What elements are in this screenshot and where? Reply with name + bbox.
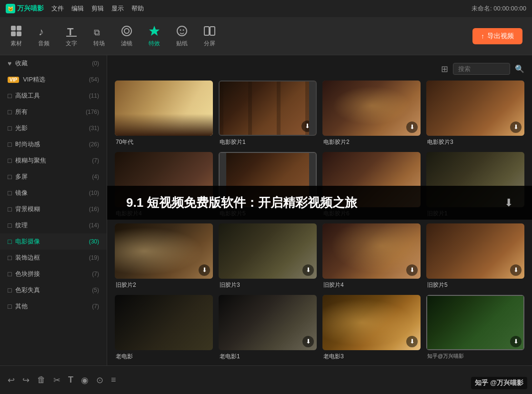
film1-download-icon[interactable]: ⬇ — [301, 121, 313, 132]
menu-clip[interactable]: 剪辑 — [91, 4, 104, 13]
sticker-icon — [175, 24, 189, 38]
effect-film3-thumb: ⬇ — [426, 81, 524, 136]
old4-download-icon[interactable]: ⬇ — [406, 264, 418, 276]
oldmovie4-download-icon[interactable]: ⬇ — [510, 336, 522, 347]
tool-filter-label: 滤镜 — [121, 40, 132, 48]
effect-old5[interactable]: ⬇ 旧胶片5 — [426, 223, 524, 289]
svg-point-12 — [180, 30, 181, 31]
sidebar-item-texture[interactable]: □ 纹理 (14) — [0, 217, 107, 233]
toolbar: 素材 ♪ 音频 T 文字 ⧉ 转场 滤镜 — [0, 17, 532, 55]
film3-download-icon[interactable]: ⬇ — [510, 121, 522, 133]
tool-filter[interactable]: 滤镜 — [120, 24, 133, 48]
sidebar-bgblur-count: (16) — [89, 206, 99, 212]
sidebar-item-all[interactable]: □ 所有 (176) — [0, 104, 107, 120]
sidebar-item-cinema[interactable]: □ 电影摄像 (30) — [0, 233, 107, 250]
effect-old4-label: 旧胶片4 — [322, 281, 421, 289]
sidebar-item-bgblur[interactable]: □ 背景模糊 (16) — [0, 201, 107, 217]
tool-transition[interactable]: ⧉ 转场 — [92, 24, 106, 48]
menu-bar: 🐱 万兴喵影 文件 编辑 剪辑 显示 帮助 未命名: 00:00:00:00 — [0, 0, 532, 17]
oldmovie3-download-icon[interactable]: ⬇ — [406, 336, 418, 347]
cut-button[interactable]: ✂ — [53, 375, 60, 385]
vip-badge: VIP — [8, 77, 19, 83]
old2-download-icon[interactable]: ⬇ — [199, 264, 210, 276]
effect-film2-thumb: ⬇ — [322, 81, 421, 136]
svg-text:T: T — [67, 26, 74, 37]
grid-toggle-button[interactable]: ⊞ — [441, 64, 448, 74]
menu-display[interactable]: 显示 — [111, 4, 124, 13]
sidebar-item-fashion[interactable]: □ 时尚动感 (26) — [0, 136, 107, 152]
tool-audio[interactable]: ♪ 音频 — [37, 24, 50, 48]
effect-film2[interactable]: ⬇ 电影胶片2 — [322, 81, 421, 146]
film2-download-icon[interactable]: ⬇ — [406, 121, 418, 133]
svg-point-9 — [124, 29, 129, 33]
effect-old3[interactable]: ⬇ 旧胶片3 — [219, 223, 317, 289]
svg-text:♪: ♪ — [39, 26, 44, 37]
sidebar-favorites-label: 收藏 — [15, 59, 28, 68]
folder-border-icon: □ — [8, 254, 11, 262]
effect-oldmovie1[interactable]: ⬇ 老电影1 — [219, 295, 317, 361]
sidebar-item-multiscreen[interactable]: □ 多屏 (4) — [0, 169, 107, 185]
old5-download-icon[interactable]: ⬇ — [510, 264, 522, 276]
menu-edit[interactable]: 编辑 — [71, 4, 84, 13]
search-icon[interactable]: 🔍 — [515, 64, 524, 73]
tool-effects[interactable]: 特效 — [148, 24, 161, 48]
effect-70s-label: 70年代 — [115, 138, 213, 146]
tool-split[interactable]: 分屏 — [203, 24, 216, 48]
folder-color-icon: □ — [8, 286, 11, 294]
adjust-button[interactable]: ≡ — [111, 375, 116, 385]
menu-help[interactable]: 帮助 — [131, 4, 144, 13]
sidebar-cinema-count: (30) — [89, 238, 99, 245]
oldmovie1-download-icon[interactable]: ⬇ — [302, 336, 314, 347]
effect-film3[interactable]: ⬇ 电影胶片3 — [426, 81, 524, 146]
effect-film3-label: 电影胶片3 — [426, 138, 524, 146]
sidebar-item-favorites[interactable]: ♥ 收藏 (0) — [0, 55, 107, 71]
sidebar-border-count: (19) — [89, 254, 99, 261]
sidebar-item-blur[interactable]: □ 模糊与聚焦 (7) — [0, 152, 107, 169]
bottom-tools: ↩ ↪ 🗑 ✂ T ◉ ⊙ ≡ — [8, 375, 116, 385]
promo-download-icon[interactable]: ⬇ — [504, 197, 513, 209]
bottom-bar: ↩ ↪ 🗑 ✂ T ◉ ⊙ ≡ — [0, 365, 532, 394]
sidebar-item-other[interactable]: □ 其他 (7) — [0, 298, 107, 314]
menu-file[interactable]: 文件 — [51, 4, 64, 13]
app-logo: 🐱 万兴喵影 — [6, 4, 44, 13]
tool-text[interactable]: T 文字 — [65, 24, 78, 48]
sidebar-item-mosaic[interactable]: □ 色块拼接 (7) — [0, 266, 107, 282]
effect-old3-label: 旧胶片3 — [219, 281, 317, 289]
folder-mirror-icon: □ — [8, 189, 11, 197]
text-bottom-button[interactable]: T — [68, 375, 73, 385]
folder-mosaic-icon: □ — [8, 270, 11, 278]
effect-old2[interactable]: ⬇ 旧胶片2 — [115, 223, 213, 289]
svg-point-11 — [177, 26, 187, 36]
redo-button[interactable]: ↪ — [22, 375, 30, 385]
text-icon: T — [65, 24, 78, 38]
sidebar-item-advanced[interactable]: □ 高级工具 (11) — [0, 88, 107, 104]
effect-70s[interactable]: 70年代 — [115, 81, 213, 146]
sidebar-item-mirror[interactable]: □ 镜像 (10) — [0, 185, 107, 201]
sidebar-color-count: (5) — [92, 287, 99, 293]
search-input[interactable] — [453, 63, 510, 75]
keyframe-button[interactable]: ◉ — [81, 375, 89, 385]
svg-point-8 — [122, 26, 131, 36]
effect-oldmovie3[interactable]: ⬇ 老电影3 — [322, 295, 421, 361]
tool-text-label: 文字 — [66, 40, 77, 48]
delete-button[interactable]: 🗑 — [37, 375, 46, 385]
effect-70s-thumb — [115, 81, 213, 136]
sidebar-item-light[interactable]: □ 光影 (31) — [0, 120, 107, 136]
sidebar-item-vip[interactable]: VIP VIP精选 (54) — [0, 71, 107, 88]
sidebar-item-border[interactable]: □ 装饰边框 (19) — [0, 250, 107, 266]
effect-film1[interactable]: ⬇ 电影胶片1 — [219, 81, 317, 146]
sidebar-light-label: 光影 — [15, 124, 28, 132]
effect-oldmovie[interactable]: 老电影 — [115, 295, 213, 361]
tool-material[interactable]: 素材 — [10, 24, 23, 48]
effect-oldmovie4[interactable]: ⬇ 知乎@万兴喵影 — [426, 295, 524, 361]
speed-button[interactable]: ⊙ — [96, 375, 103, 385]
old3-download-icon[interactable]: ⬇ — [302, 264, 314, 276]
undo-button[interactable]: ↩ — [8, 375, 15, 385]
svg-point-13 — [183, 30, 184, 31]
tool-sticker-label: 贴纸 — [176, 40, 188, 48]
effect-old4[interactable]: ⬇ 旧胶片4 — [322, 223, 421, 289]
effect-film1-label: 电影胶片1 — [219, 138, 317, 146]
tool-sticker[interactable]: 贴纸 — [175, 24, 189, 48]
export-button[interactable]: ↑ 导出视频 — [472, 28, 522, 44]
sidebar-item-color[interactable]: □ 色彩失真 (5) — [0, 282, 107, 298]
